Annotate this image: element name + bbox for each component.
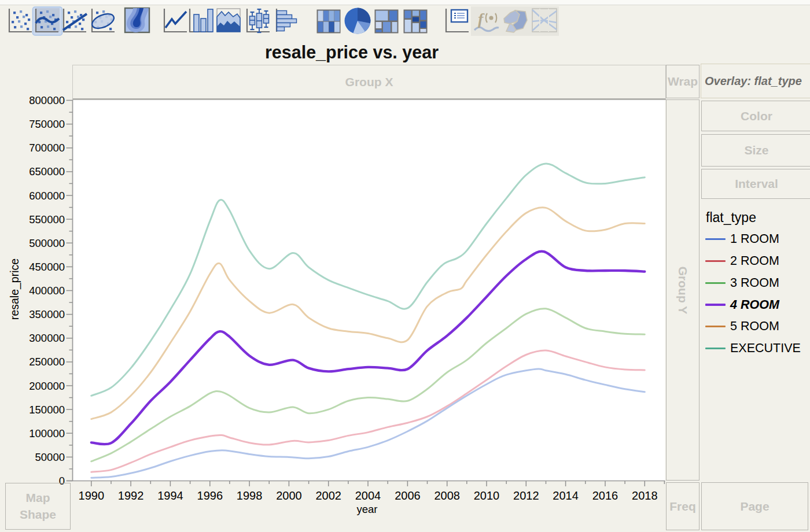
svg-text:550000: 550000 bbox=[29, 213, 65, 226]
svg-text:2002: 2002 bbox=[315, 489, 341, 502]
svg-text:150000: 150000 bbox=[29, 404, 65, 416]
svg-text:750000: 750000 bbox=[29, 118, 65, 130]
svg-text:2006: 2006 bbox=[395, 489, 421, 502]
svg-text:2016: 2016 bbox=[592, 489, 618, 502]
svg-text:350000: 350000 bbox=[29, 308, 65, 320]
svg-text:200000: 200000 bbox=[29, 380, 65, 392]
svg-text:50000: 50000 bbox=[35, 451, 65, 463]
svg-text:600000: 600000 bbox=[29, 190, 65, 202]
svg-text:2008: 2008 bbox=[434, 489, 460, 502]
svg-text:400000: 400000 bbox=[29, 285, 65, 297]
svg-text:450000: 450000 bbox=[29, 261, 65, 273]
svg-text:1994: 1994 bbox=[157, 489, 183, 502]
svg-text:700000: 700000 bbox=[29, 142, 65, 154]
svg-text:year: year bbox=[357, 503, 378, 515]
svg-text:1998: 1998 bbox=[237, 489, 263, 502]
svg-text:500000: 500000 bbox=[29, 237, 65, 249]
svg-text:650000: 650000 bbox=[29, 165, 65, 178]
svg-text:1990: 1990 bbox=[79, 489, 105, 502]
svg-text:1996: 1996 bbox=[197, 489, 223, 502]
svg-text:2004: 2004 bbox=[355, 489, 381, 502]
svg-text:100000: 100000 bbox=[29, 427, 65, 439]
svg-text:2012: 2012 bbox=[513, 489, 539, 502]
svg-text:300000: 300000 bbox=[29, 332, 65, 344]
svg-text:2000: 2000 bbox=[276, 489, 302, 502]
svg-text:resale_price: resale_price bbox=[8, 258, 21, 320]
svg-text:250000: 250000 bbox=[29, 356, 65, 368]
svg-text:2018: 2018 bbox=[632, 489, 658, 502]
svg-text:800000: 800000 bbox=[29, 94, 65, 106]
svg-text:2010: 2010 bbox=[474, 489, 500, 502]
svg-text:1992: 1992 bbox=[118, 489, 144, 502]
svg-text:2014: 2014 bbox=[553, 489, 579, 502]
